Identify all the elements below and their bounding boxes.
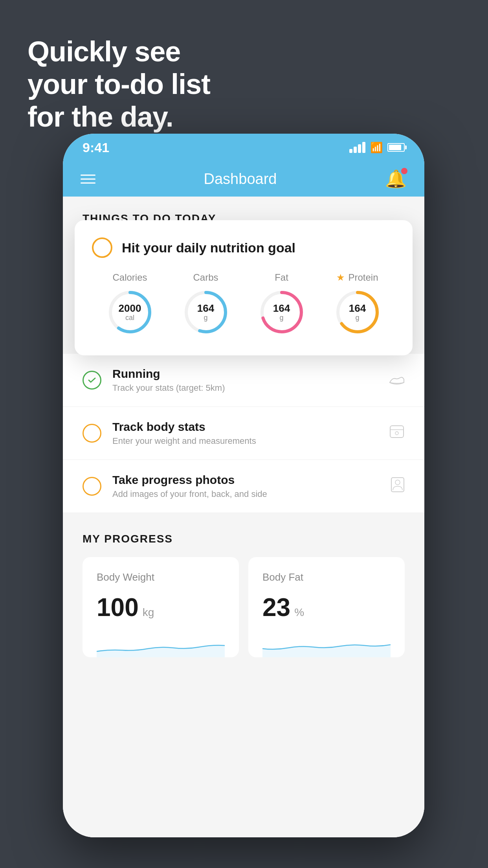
progress-cards: Body Weight 100 kg <box>83 557 405 657</box>
todo-list: Running Track your stats (target: 5km) T… <box>63 354 424 657</box>
todo-circle-nutrition <box>92 237 112 258</box>
shoe-icon <box>389 371 405 389</box>
hamburger-button[interactable] <box>81 175 95 184</box>
protein-label-row: ★ Protein <box>336 272 378 283</box>
body-weight-card: Body Weight 100 kg <box>83 557 239 657</box>
photos-title: Take progress photos <box>112 473 380 487</box>
nutrition-row: Calories 2000 cal Carbs <box>92 272 395 336</box>
signal-icon <box>349 142 365 153</box>
running-subtitle: Track your stats (target: 5km) <box>112 383 378 393</box>
fat-circle: 164 g <box>258 289 305 336</box>
check-body-stats <box>83 424 101 443</box>
carbs-circle: 164 g <box>182 289 229 336</box>
body-stats-text: Track body stats Enter your weight and m… <box>112 420 378 446</box>
notification-button[interactable]: 🔔 <box>385 169 407 189</box>
check-photos <box>83 477 101 496</box>
protein-label: Protein <box>348 272 378 283</box>
list-item-running[interactable]: Running Track your stats (target: 5km) <box>63 354 424 407</box>
progress-section: MY PROGRESS Body Weight 100 kg <box>63 513 424 657</box>
card-title: Hit your daily nutrition goal <box>122 240 295 256</box>
body-weight-value-row: 100 kg <box>97 593 225 622</box>
notification-dot <box>401 168 407 174</box>
calories-circle: 2000 cal <box>106 289 154 336</box>
svg-point-10 <box>395 432 398 435</box>
photos-subtitle: Add images of your front, back, and side <box>112 489 380 499</box>
list-item-body-stats[interactable]: Track body stats Enter your weight and m… <box>63 407 424 460</box>
headline: Quickly see your to-do list for the day. <box>28 35 210 133</box>
star-icon: ★ <box>336 272 345 283</box>
status-icons: 📶 <box>349 142 405 154</box>
nutrition-calories: Calories 2000 cal <box>106 272 154 336</box>
body-fat-value: 23 <box>262 593 290 622</box>
body-fat-chart <box>262 634 391 657</box>
body-weight-title: Body Weight <box>97 571 225 583</box>
nav-title: Dashboard <box>204 171 277 188</box>
body-stats-subtitle: Enter your weight and measurements <box>112 436 378 446</box>
list-item-photos[interactable]: Take progress photos Add images of your … <box>63 460 424 513</box>
scale-icon <box>389 425 405 442</box>
body-fat-unit: % <box>294 606 304 619</box>
body-weight-value: 100 <box>97 593 139 622</box>
wifi-icon: 📶 <box>370 142 383 154</box>
nutrition-card: Hit your daily nutrition goal Calories 2… <box>75 220 413 355</box>
phone-content: THINGS TO DO TODAY Hit your daily nutrit… <box>63 197 424 837</box>
card-title-row: Hit your daily nutrition goal <box>92 237 395 258</box>
body-stats-title: Track body stats <box>112 420 378 434</box>
check-running <box>83 371 101 390</box>
svg-point-12 <box>395 480 400 485</box>
phone-mockup: 9:41 📶 Dashboard 🔔 THINGS TO DO TODAY <box>63 134 424 837</box>
body-weight-chart <box>97 634 225 657</box>
nav-bar: Dashboard 🔔 <box>63 161 424 197</box>
running-title: Running <box>112 367 378 381</box>
running-text: Running Track your stats (target: 5km) <box>112 367 378 393</box>
fat-label: Fat <box>275 272 288 283</box>
battery-icon <box>387 143 405 152</box>
progress-title: MY PROGRESS <box>83 533 405 545</box>
body-fat-title: Body Fat <box>262 571 391 583</box>
protein-circle: 164 g <box>334 289 381 336</box>
status-bar: 9:41 📶 <box>63 134 424 161</box>
body-fat-value-row: 23 % <box>262 593 391 622</box>
calories-label: Calories <box>112 272 147 283</box>
person-icon <box>391 477 405 496</box>
status-time: 9:41 <box>83 140 109 155</box>
nutrition-protein: ★ Protein 164 g <box>334 272 381 336</box>
photos-text: Take progress photos Add images of your … <box>112 473 380 499</box>
nutrition-carbs: Carbs 164 g <box>182 272 229 336</box>
carbs-label: Carbs <box>193 272 218 283</box>
body-weight-unit: kg <box>143 606 154 619</box>
nutrition-fat: Fat 164 g <box>258 272 305 336</box>
body-fat-card: Body Fat 23 % <box>248 557 405 657</box>
